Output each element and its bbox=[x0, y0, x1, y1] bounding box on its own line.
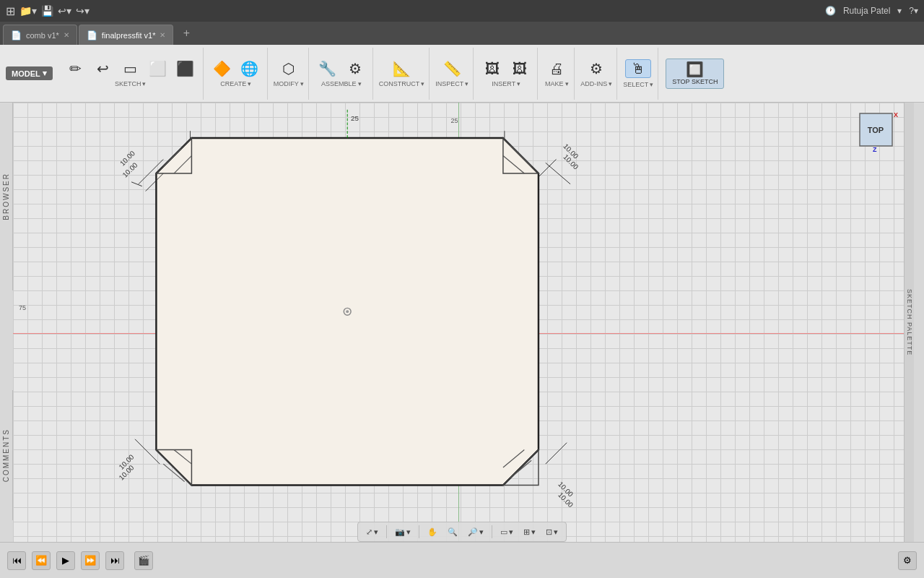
assemble-btn2[interactable]: ⚙ bbox=[342, 60, 368, 77]
orientation-widget[interactable]: TOP X Z bbox=[853, 106, 899, 153]
make-chevron-icon[interactable]: ▾ bbox=[565, 80, 569, 87]
tab-comb-icon: 📄 bbox=[11, 30, 22, 40]
prev-frame-button[interactable]: ⏪ bbox=[32, 551, 51, 570]
grid-chevron[interactable]: ▾ bbox=[531, 527, 536, 537]
insert-btn1[interactable]: 🖼 bbox=[479, 60, 505, 77]
tab-finalpressfit[interactable]: 📄 finalpressfit v1* ✕ bbox=[79, 25, 174, 45]
stop-sketch-icon: 🔲 bbox=[686, 62, 704, 77]
svg-line-27 bbox=[546, 443, 567, 464]
grid-toggle-icon: ⊞ bbox=[523, 527, 530, 537]
tab-comb-close[interactable]: ✕ bbox=[64, 31, 69, 39]
model-dropdown[interactable]: MODEL ▾ bbox=[6, 66, 53, 80]
addins-label: ADD-INS bbox=[580, 80, 607, 87]
create-icon2: 🌐 bbox=[240, 61, 258, 76]
footer-settings-button[interactable]: ⚙ bbox=[898, 551, 917, 570]
create-btn1[interactable]: 🔶 bbox=[209, 60, 235, 77]
pan-button[interactable]: ✋ bbox=[424, 525, 441, 539]
display-mode-icon: ▭ bbox=[500, 527, 507, 537]
make-btn1[interactable]: 🖨 bbox=[544, 60, 570, 77]
model-chevron-icon: ▾ bbox=[43, 69, 47, 78]
canvas-area[interactable]: 75 50 -25 25 10.00 10.00 10.00 10.00 bbox=[13, 103, 914, 542]
assemble-icon2: ⚙ bbox=[349, 61, 362, 76]
file-icon[interactable]: 📁▾ bbox=[19, 5, 37, 17]
play-button[interactable]: ▶ bbox=[56, 551, 75, 570]
frame-thumbnail-button[interactable]: 🎬 bbox=[134, 551, 153, 570]
addins-icon1: ⚙ bbox=[590, 61, 603, 76]
sketch-chevron-icon[interactable]: ▾ bbox=[142, 80, 146, 87]
undo-button[interactable]: ↩ bbox=[90, 60, 116, 77]
move-tool-icon: ⤢ bbox=[366, 527, 372, 537]
select-btn1[interactable]: 🖱 bbox=[625, 59, 651, 78]
move-tool-chevron[interactable]: ▾ bbox=[374, 527, 378, 537]
insert-chevron-icon[interactable]: ▾ bbox=[517, 80, 520, 87]
toolbar-group-select: 🖱 SELECT ▾ bbox=[619, 48, 658, 100]
first-frame-button[interactable]: ⏮ bbox=[7, 551, 26, 570]
sketch-palette-panel[interactable]: SKETCH PALETTE bbox=[904, 103, 914, 542]
stop-sketch-button[interactable]: 🔲 STOP SKETCH bbox=[666, 59, 724, 89]
addins-chevron-icon[interactable]: ▾ bbox=[609, 80, 612, 87]
user-chevron-icon[interactable]: ▾ bbox=[897, 6, 902, 16]
sketch-palette-label: SKETCH PALETTE bbox=[906, 289, 913, 355]
assemble-chevron-icon[interactable]: ▾ bbox=[358, 80, 362, 87]
sketch-button[interactable]: ✏ bbox=[63, 60, 89, 77]
camera-chevron[interactable]: ▾ bbox=[406, 527, 411, 537]
modify-icon1: ⬡ bbox=[282, 61, 295, 76]
next-frame-button[interactable]: ⏩ bbox=[81, 551, 100, 570]
extrude-button[interactable]: ⬛ bbox=[173, 60, 199, 77]
rect-button[interactable]: ▭ bbox=[118, 60, 144, 77]
browser-panel[interactable]: BROWSER bbox=[0, 103, 13, 290]
select-label: SELECT bbox=[623, 81, 648, 88]
inspect-btn1[interactable]: 📏 bbox=[439, 60, 465, 77]
undo-icon[interactable]: ↩▾ bbox=[58, 5, 71, 17]
toolbar-group-inspect: 📏 INSPECT ▾ bbox=[431, 48, 474, 100]
display-chevron[interactable]: ▾ bbox=[509, 527, 513, 537]
play-icon: ▶ bbox=[62, 555, 69, 566]
addins-btn1[interactable]: ⚙ bbox=[583, 60, 609, 77]
zoom-chevron[interactable]: ▾ bbox=[479, 527, 484, 537]
redo-icon[interactable]: ↪▾ bbox=[76, 5, 90, 17]
select-chevron-icon[interactable]: ▾ bbox=[650, 81, 653, 88]
display-mode-button[interactable]: ▭ ▾ bbox=[497, 525, 517, 539]
construct-label: CONSTRUCT bbox=[379, 80, 420, 87]
camera-icon: 📷 bbox=[395, 527, 405, 537]
toolbar-group-make: 🖨 MAKE ▾ bbox=[539, 48, 575, 100]
create-btn2[interactable]: 🌐 bbox=[237, 60, 263, 77]
last-frame-button[interactable]: ⏭ bbox=[105, 551, 124, 570]
tabbar: 📄 comb v1* ✕ 📄 finalpressfit v1* ✕ + bbox=[0, 22, 924, 45]
camera-button[interactable]: 📷 ▾ bbox=[391, 525, 414, 539]
tab-add-button[interactable]: + bbox=[178, 25, 195, 42]
user-name[interactable]: Rutuja Patel bbox=[843, 6, 890, 16]
tab-comb[interactable]: 📄 comb v1* ✕ bbox=[3, 25, 77, 45]
history-icon[interactable]: 🕐 bbox=[825, 6, 836, 16]
snap-button[interactable]: ⊡ ▾ bbox=[542, 525, 562, 539]
help-icon[interactable]: ?▾ bbox=[909, 6, 918, 16]
modify-chevron-icon[interactable]: ▾ bbox=[300, 80, 304, 87]
snap-chevron[interactable]: ▾ bbox=[554, 527, 558, 537]
zoom-in-button[interactable]: 🔍 bbox=[444, 525, 461, 539]
make-label: MAKE bbox=[545, 80, 564, 87]
frame-thumbnail-icon: 🎬 bbox=[138, 555, 149, 566]
snap-icon: ⊡ bbox=[546, 527, 552, 537]
modify-btn1[interactable]: ⬡ bbox=[276, 60, 302, 77]
tab-finalpressfit-close[interactable]: ✕ bbox=[160, 31, 165, 39]
toolbar-group-sketch: ✏ ↩ ▭ ⬜ ⬛ SKETCH ▾ bbox=[58, 48, 204, 100]
save-icon[interactable]: 💾 bbox=[41, 5, 53, 17]
zoom-out-button[interactable]: 🔎 ▾ bbox=[464, 525, 487, 539]
cube-button[interactable]: ⬜ bbox=[145, 60, 171, 77]
svg-text:25: 25 bbox=[351, 114, 359, 122]
construct-btn1[interactable]: 📐 bbox=[388, 60, 414, 77]
construct-chevron-icon[interactable]: ▾ bbox=[421, 80, 424, 87]
grid-icon[interactable]: ⊞ bbox=[6, 4, 15, 18]
create-chevron-icon[interactable]: ▾ bbox=[248, 80, 251, 87]
insert-btn2[interactable]: 🖼 bbox=[507, 60, 533, 77]
inspect-chevron-icon[interactable]: ▾ bbox=[465, 80, 468, 87]
grid-toggle-button[interactable]: ⊞ ▾ bbox=[520, 525, 539, 539]
move-tool-button[interactable]: ⤢ ▾ bbox=[362, 525, 382, 539]
tab-finalpressfit-label: finalpressfit v1* bbox=[102, 31, 156, 40]
toolbar-group-assemble: 🔧 ⚙ ASSEMBLE ▾ bbox=[310, 48, 373, 100]
toolbar-group-create: 🔶 🌐 CREATE ▾ bbox=[205, 48, 268, 100]
make-icon1: 🖨 bbox=[549, 61, 564, 76]
separator1 bbox=[386, 525, 387, 538]
assemble-btn1[interactable]: 🔧 bbox=[315, 60, 341, 77]
comments-panel[interactable]: COMMENTS bbox=[0, 390, 13, 520]
